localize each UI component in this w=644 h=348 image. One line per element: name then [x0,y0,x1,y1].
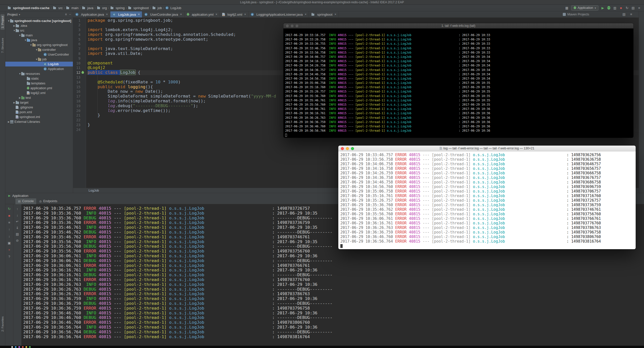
zoom-button[interactable] [296,25,298,27]
breadcrumb-class[interactable]: LogJob [89,189,99,192]
line-number[interactable]: 9 [73,56,86,61]
maven-projects-button[interactable]: Maven Projects [563,11,589,17]
line-number[interactable]: 1 [73,18,86,23]
stop-button[interactable]: ■ [8,214,10,218]
expand-arrow[interactable]: ▼ [35,58,38,61]
line-number[interactable]: 22 [73,118,86,123]
expand-arrow[interactable]: ▶ [18,97,21,99]
line-number[interactable]: 6 [73,42,86,47]
line-number[interactable]: 15 [73,85,86,89]
window-titlebar[interactable]: LogJob.java - springboot - [~/Code/githu… [0,0,644,5]
tree-item-resources[interactable]: ▼resources [5,71,73,76]
expand-arrow[interactable]: ▼ [30,44,32,46]
terminal-content[interactable]: 2017-06-29 10:33:16.757 INFO 40815 --- [… [283,29,633,138]
line-number[interactable]: 13 [73,75,86,80]
dock-app-icon[interactable] [15,346,16,348]
editor-tab-usercontroller-java[interactable]: UserController.java× [142,11,184,17]
terminal-content[interactable]: 2017-06-29 10:33:46.757 ERROR 40815 --- … [338,151,636,249]
line-number[interactable]: 18 [73,99,86,104]
rerun-button[interactable]: ↻ [8,207,11,211]
zoom-button[interactable] [351,147,354,150]
editor-tab-application-yml[interactable]: application.yml× [184,11,220,17]
stop-button[interactable]: ■ [619,6,623,10]
minimize-button[interactable] [346,147,349,150]
tree-item-target[interactable]: ▶target [5,100,73,105]
tree-item-springboot-redis-cache-springboot[interactable]: ▼springboot-redis-cache [springboot] [5,18,73,23]
clear-console-button[interactable]: ⊘ [16,238,19,242]
expand-arrow[interactable]: ▼ [24,39,27,41]
run-tab-console[interactable]: ▤Console [15,198,36,204]
expand-arrow[interactable]: ▼ [18,34,21,37]
tree-item-logjob[interactable]: LogJob [5,62,73,66]
up-stack-trace-button[interactable]: ↑ [16,207,18,211]
line-number[interactable]: 10 [73,61,86,66]
breadcrumb-main[interactable]: main [66,6,78,10]
restore-layout-button[interactable]: ≡ [8,220,10,224]
close-tab-icon[interactable]: × [180,13,182,16]
tree-item-usercontroller[interactable]: UserController [5,52,73,57]
close-tab-icon[interactable]: × [216,13,217,16]
line-number[interactable]: 20 [73,108,86,113]
tree-item-application[interactable]: Application [5,66,73,71]
close-button[interactable]: × [8,248,10,252]
tree-item-main[interactable]: ▼main [5,33,73,38]
editor-tab-loggingapplicationlistener-java[interactable]: LoggingApplicationListener.java× [248,11,309,17]
line-number[interactable]: 5 [73,37,86,42]
help-button[interactable]: ? [8,254,10,259]
coverage-button[interactable]: ▥ [613,6,617,10]
tree-item-gitignore[interactable]: .gitignore [5,105,73,110]
search-everywhere-icon[interactable]: ▤ [631,6,635,10]
breadcrumb-springboot[interactable]: springboot [128,6,149,10]
line-number[interactable]: 2 [73,23,86,28]
expand-arrow[interactable]: ▶ [13,25,16,27]
line-number[interactable]: 21 [73,113,86,118]
up-button[interactable]: ↑ [8,227,10,231]
line-number[interactable]: 24 [73,127,86,132]
close-tab-icon[interactable]: × [106,13,108,16]
debug-button[interactable] [607,6,611,10]
dock-app-icon[interactable] [18,346,20,348]
close-tab-icon[interactable]: × [244,13,246,16]
tree-item-job[interactable]: ▼job [5,57,73,62]
down-stack-trace-button[interactable]: ↓ [16,213,18,217]
dock-app-icon[interactable] [11,346,13,348]
tree-item-src[interactable]: ▼src [5,28,73,33]
collapse-all-icon[interactable]: − [69,13,71,16]
scroll-to-end-button[interactable]: ⇓ [16,226,19,230]
tree-item-controller[interactable]: ▼controller [5,47,73,52]
breadcrumb-springboot-redis-cache[interactable]: springboot-redis-cache [8,6,49,10]
line-number[interactable]: 3 [73,28,86,32]
editor-tab-springboot[interactable]: springboot× [309,11,339,17]
soft-wrap-button[interactable]: ↵ [16,219,19,223]
run-tab-endpoints[interactable]: ◎Endpoints [37,198,60,204]
expand-arrow[interactable]: ▶ [13,101,16,104]
close-tab-icon[interactable]: × [335,13,336,16]
line-number[interactable]: 17 [73,94,86,99]
tree-item-springboot-iml[interactable]: springboot.iml [5,114,73,119]
line-number[interactable]: 23 [73,123,86,127]
line-number[interactable]: 4 [73,32,86,37]
macos-dock[interactable] [0,346,644,348]
settings-icon[interactable]: ≡ [65,13,67,16]
dock-app-icon[interactable] [26,346,27,348]
tree-item-log4j2-xml[interactable]: log4j2.xml [5,90,73,95]
editor-tab-log4j2-xml[interactable]: log4j2.xml× [220,11,249,17]
close-button[interactable] [286,25,289,27]
tree-item-static[interactable]: static [5,76,73,81]
breadcrumb-logjob[interactable]: LogJob [165,6,181,10]
minimize-button[interactable] [291,25,294,27]
tab-list-icon[interactable]: ▤ [622,12,626,16]
expand-arrow[interactable]: ▼ [18,73,21,75]
dock-app-icon[interactable] [29,346,31,348]
terminal-titlebar[interactable]: log — tail -f web-error.log — tail — tai… [338,146,636,151]
rerun-button[interactable]: ↻ [625,6,629,10]
line-number[interactable]: 19 [73,104,86,108]
line-number[interactable]: 16 [73,89,86,94]
chevron-down-icon[interactable]: ▾ [19,13,20,16]
terminal-titlebar[interactable]: 1. tail -f web-info.log (tail) [283,23,633,29]
tree-item-java[interactable]: ▼java [5,38,73,42]
line-number[interactable]: 8 [73,51,86,56]
tree-item-idea[interactable]: ▶.idea [5,23,73,28]
tree-item-external-libraries[interactable]: ▶External Libraries [5,119,73,124]
tree-item-test[interactable]: ▶test [5,95,73,100]
